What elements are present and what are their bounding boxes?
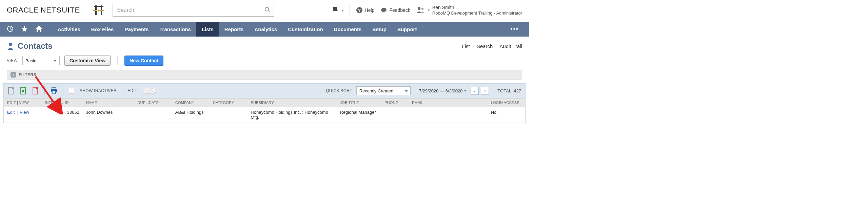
export-csv-icon[interactable]	[8, 87, 15, 94]
nav-activities[interactable]: Activities	[52, 22, 86, 37]
page-header: Contacts List Search Audit Trail	[0, 37, 529, 54]
view-select[interactable]: Basic	[22, 56, 60, 65]
view-select-value: Basic	[25, 58, 36, 63]
page-action-audit[interactable]: Audit Trail	[499, 43, 522, 49]
svg-point-16	[421, 8, 423, 10]
quicksort-label: QUICK SORT	[326, 88, 352, 93]
help-label: Help	[365, 7, 375, 13]
user-role: RoboMQ Development Trailing - Administra…	[432, 10, 522, 16]
filters-bar[interactable]: + FILTERS	[7, 70, 522, 80]
user-icon	[416, 6, 425, 14]
global-search	[113, 4, 274, 17]
cell-category	[210, 107, 247, 123]
user-name: Ben Smith	[432, 5, 522, 10]
home-icon[interactable]	[35, 25, 43, 33]
col-edit-view[interactable]: EDIT | VIEW	[4, 99, 41, 107]
divider	[493, 86, 493, 95]
col-phone[interactable]: PHONE	[381, 99, 409, 107]
nav-items: Activities Box Files Payments Transactio…	[52, 22, 422, 37]
nav-lists[interactable]: Lists	[196, 22, 219, 37]
page-title: Contacts	[18, 41, 53, 51]
date-range-text: 7/29/2020 — 6/3/2020	[419, 88, 463, 93]
col-login-access[interactable]: LOGIN ACCESS	[488, 99, 525, 107]
cell-email	[409, 107, 488, 123]
cell-job-title: Regional Manager	[336, 107, 381, 123]
chevron-down-icon	[464, 90, 467, 92]
link-separator: |	[16, 110, 18, 115]
svg-rect-10	[337, 9, 337, 12]
col-category[interactable]: CATEGORY	[210, 99, 247, 107]
divider	[415, 86, 415, 95]
contact-icon	[7, 42, 14, 50]
svg-point-15	[418, 7, 420, 10]
search-icon[interactable]	[264, 7, 271, 14]
show-inactives-checkbox[interactable]	[69, 88, 74, 93]
nav-support[interactable]: Support	[392, 22, 422, 37]
nav-documents[interactable]: Documents	[329, 22, 367, 37]
svg-line-7	[269, 11, 270, 13]
search-input[interactable]	[113, 4, 274, 17]
new-contact-button[interactable]: New Contact	[124, 56, 163, 66]
quicksort-value: Recently Created	[359, 88, 393, 93]
row-edit-link[interactable]: Edit	[7, 110, 15, 115]
svg-point-3	[98, 9, 100, 12]
export-pdf-icon[interactable]	[32, 87, 39, 94]
quicksort-select[interactable]: Recently Created	[356, 86, 411, 95]
view-label: VIEW	[7, 58, 18, 63]
nav-reports[interactable]: Reports	[219, 22, 249, 37]
recent-records-icon[interactable]	[7, 25, 14, 33]
nav-transactions[interactable]: Transactions	[154, 22, 196, 37]
cell-login-access: No	[488, 107, 525, 123]
nav-setup[interactable]: Setup	[367, 22, 392, 37]
total-label: TOTAL: 427	[497, 88, 521, 93]
table-toolbar: X SHOW INACTIVES EDIT QUICK SORT Recentl…	[3, 83, 526, 98]
col-company[interactable]: COMPANY	[172, 99, 210, 107]
nav-box-files[interactable]: Box Files	[86, 22, 119, 37]
main-nav: Activities Box Files Payments Transactio…	[0, 22, 529, 37]
svg-rect-29	[52, 88, 56, 89]
user-menu[interactable]: ▾ Ben Smith RoboMQ Development Trailing …	[416, 5, 522, 16]
page-action-search[interactable]: Search	[477, 43, 493, 49]
page-action-list[interactable]: List	[462, 43, 470, 49]
nav-customization[interactable]: Customization	[282, 22, 328, 37]
nav-more-icon[interactable]: •••	[507, 26, 522, 33]
date-range-select[interactable]: 7/29/2020 — 6/3/2020	[419, 88, 467, 93]
edit-toggle[interactable]	[143, 88, 156, 94]
svg-marker-20	[21, 26, 27, 32]
col-duplicate[interactable]: DUPLICATE	[134, 99, 172, 107]
table-header-row: EDIT | VIEW INTERNAL ID NAME DUPLICATE C…	[4, 99, 525, 107]
divider	[122, 86, 122, 95]
print-icon[interactable]	[50, 87, 58, 94]
feedback-link[interactable]: Feedback	[380, 7, 410, 14]
page-next-button[interactable]: ›	[481, 87, 489, 95]
col-job-title[interactable]: JOB TITLE	[336, 99, 381, 107]
svg-marker-21	[36, 26, 42, 32]
cell-phone	[381, 107, 409, 123]
page-prev-button[interactable]: ‹	[471, 87, 479, 95]
col-name[interactable]: NAME	[83, 99, 134, 107]
create-new-icon[interactable]: ▾	[332, 6, 343, 14]
total-value: 427	[514, 88, 521, 93]
cell-company: AB&I Holdings	[172, 107, 210, 123]
company-logo-icon	[90, 4, 107, 16]
help-link[interactable]: ? Help	[356, 7, 375, 14]
row-view-link[interactable]: View	[20, 110, 29, 115]
cell-duplicate	[134, 107, 172, 123]
top-bar: ORACLE NETSUITE ▾ ? Help Feedback	[0, 0, 529, 22]
expand-filters-icon[interactable]: +	[11, 72, 16, 78]
cell-subsidiary: Honeycomb Holdings Inc. : Honeycomb Mfg.	[247, 107, 336, 123]
nav-analytics[interactable]: Analytics	[249, 22, 283, 37]
view-row: VIEW Basic Customize View New Contact	[0, 54, 529, 70]
svg-rect-8	[333, 7, 337, 11]
divider	[350, 4, 350, 16]
svg-rect-4	[93, 10, 97, 11]
col-internal-id[interactable]: INTERNAL ID	[41, 99, 82, 107]
svg-point-13	[381, 8, 387, 12]
col-subsidiary[interactable]: SUBSIDIARY	[247, 99, 336, 107]
svg-rect-5	[100, 10, 104, 11]
shortcuts-star-icon[interactable]	[21, 25, 28, 33]
nav-payments[interactable]: Payments	[119, 22, 154, 37]
customize-view-button[interactable]: Customize View	[64, 56, 111, 66]
export-excel-icon[interactable]: X	[20, 87, 27, 94]
col-email[interactable]: EMAIL	[409, 99, 488, 107]
